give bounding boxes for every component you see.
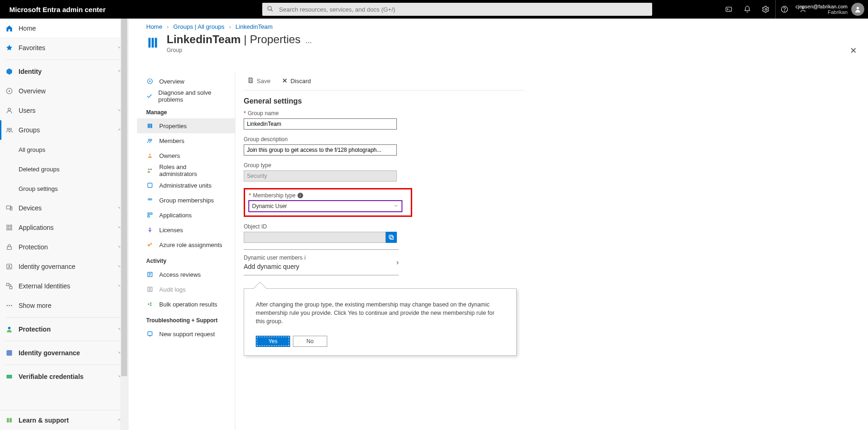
nav-all-groups[interactable]: All groups — [0, 140, 128, 159]
nav-identity[interactable]: Identity — [0, 62, 128, 81]
nav-governance-section[interactable]: Identity governance — [0, 343, 128, 363]
svg-rect-48 — [148, 215, 149, 217]
nav-groups[interactable]: Groups — [0, 120, 128, 140]
search-input[interactable] — [278, 6, 652, 13]
users-icon — [6, 107, 19, 114]
notifications-icon[interactable] — [738, 0, 757, 19]
overview-icon — [146, 78, 154, 85]
info-icon[interactable]: i — [298, 193, 303, 198]
blade-activity-header: Activity — [137, 252, 235, 267]
nav-verifiable-credentials[interactable]: Verifiable credentials — [0, 367, 128, 386]
blade-audit-logs[interactable]: Audit logs — [137, 282, 235, 297]
nav-deleted-groups[interactable]: Deleted groups — [0, 159, 128, 179]
nav-protection-section[interactable]: Protection — [0, 319, 128, 339]
svg-point-40 — [149, 154, 151, 156]
avatar — [851, 3, 864, 16]
nav-group-settings[interactable]: Group settings — [0, 179, 128, 198]
info-icon[interactable]: i — [304, 254, 306, 261]
governance-section-icon — [6, 349, 19, 357]
admin-units-icon — [146, 182, 154, 189]
page-subtitle: Group — [167, 47, 312, 53]
nav-show-more[interactable]: Show more — [0, 296, 128, 315]
scrollbar-thumb[interactable] — [121, 19, 127, 376]
blade-licenses[interactable]: Licenses — [137, 222, 235, 237]
settings-icon[interactable] — [757, 0, 775, 19]
blade-diagnose[interactable]: Diagnose and solve problems — [137, 89, 235, 104]
field-group-name: *Group name — [244, 110, 524, 130]
blade-azure-roles[interactable]: Azure role assignments — [137, 237, 235, 252]
nav-devices[interactable]: Devices — [0, 198, 128, 218]
lock-icon — [6, 243, 19, 251]
nav-home[interactable]: Home — [0, 19, 128, 38]
licenses-icon — [146, 227, 154, 233]
nav-users[interactable]: Users — [0, 101, 128, 120]
breadcrumb-current[interactable]: LinkedinTeam — [235, 23, 272, 30]
dynamic-query-link[interactable]: Dynamic user membersi Add dynamic query … — [244, 249, 399, 275]
svg-rect-37 — [151, 124, 152, 128]
membership-type-select[interactable]: Dynamic User — [249, 201, 402, 212]
callout-yes-button[interactable]: Yes — [256, 336, 290, 347]
blade-owners[interactable]: Owners — [137, 148, 235, 163]
nav-identity-label: Identity — [19, 68, 117, 75]
blade-admin-units[interactable]: Administrative units — [137, 178, 235, 193]
chevron-down-icon — [393, 203, 399, 210]
svg-point-54 — [150, 305, 152, 306]
callout-no-button[interactable]: No — [293, 336, 327, 347]
nav-id-governance[interactable]: Identity governance — [0, 257, 128, 276]
discard-button[interactable]: Discard — [282, 78, 311, 85]
nav-applications-label: Applications — [19, 224, 117, 231]
blade-applications[interactable]: Applications — [137, 208, 235, 222]
nav-favorites[interactable]: Favorites — [0, 38, 128, 58]
svg-rect-22 — [6, 283, 9, 286]
close-blade-icon[interactable]: ✕ — [850, 46, 857, 56]
apps-icon — [146, 212, 154, 218]
leftnav-scrollbar[interactable] — [120, 19, 128, 430]
blade-properties[interactable]: Properties — [137, 118, 235, 133]
group-desc-input[interactable] — [244, 144, 397, 156]
svg-rect-2 — [726, 7, 732, 11]
nav-home-label: Home — [19, 25, 123, 32]
blade-overview[interactable]: Overview — [137, 74, 235, 89]
breadcrumb-home[interactable]: Home — [146, 23, 162, 30]
blade-group-memberships[interactable]: Group memberships — [137, 193, 235, 208]
nav-separator — [6, 59, 123, 60]
blade-roles[interactable]: Roles and administrators — [137, 163, 235, 178]
members-icon — [146, 137, 154, 144]
group-name-input[interactable] — [244, 118, 397, 130]
overview-icon — [6, 87, 19, 95]
copy-object-id-button[interactable] — [386, 232, 397, 243]
nav-overview[interactable]: Overview — [0, 81, 128, 101]
global-header: Microsoft Entra admin center cjensen@fab… — [0, 0, 868, 19]
blade-bulk-results[interactable]: Bulk operation results — [137, 297, 235, 312]
blade-access-reviews[interactable]: Access reviews — [137, 267, 235, 282]
svg-rect-14 — [10, 207, 12, 210]
nav-separator — [6, 317, 123, 318]
svg-rect-58 — [390, 236, 394, 240]
save-button[interactable]: Save — [247, 77, 271, 85]
svg-point-53 — [150, 302, 152, 304]
nav-applications[interactable]: Applications — [0, 218, 128, 237]
nav-learn-support[interactable]: Learn & support — [0, 410, 128, 430]
svg-rect-16 — [10, 225, 12, 227]
workspace: Home › Groups | All groups › LinkedinTea… — [137, 19, 868, 430]
user-text: cjensen@fabrikan.com Fabrikan — [796, 4, 848, 15]
blade-new-support[interactable]: New support request — [137, 326, 235, 341]
global-search[interactable] — [262, 3, 652, 16]
memberships-icon — [146, 197, 154, 203]
svg-rect-18 — [10, 228, 12, 230]
nav-external-label: External Identities — [19, 282, 117, 290]
object-id-input[interactable] — [244, 232, 386, 243]
groups-icon — [6, 126, 19, 134]
svg-point-21 — [9, 265, 10, 267]
nav-external-identities[interactable]: External Identities — [0, 276, 128, 296]
svg-point-7 — [856, 7, 859, 9]
blade-members[interactable]: Members — [137, 133, 235, 148]
user-account-control[interactable]: cjensen@fabrikan.com Fabrikan — [775, 0, 868, 19]
form-heading: General settings — [244, 97, 524, 105]
nav-protection[interactable]: Protection — [0, 237, 128, 257]
key-icon — [146, 241, 154, 248]
svg-rect-28 — [6, 350, 12, 356]
breadcrumb-groups[interactable]: Groups | All groups — [173, 23, 224, 30]
support-icon — [146, 331, 154, 337]
cloud-shell-icon[interactable] — [719, 0, 738, 19]
